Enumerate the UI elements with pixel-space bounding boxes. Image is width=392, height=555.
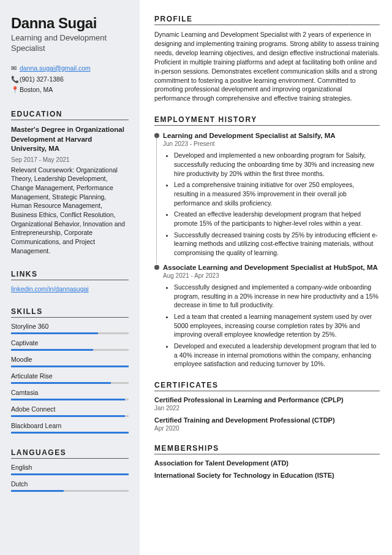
- membership-title: Association for Talent Development (ATD): [154, 459, 380, 467]
- skill-row: Camtasia: [11, 389, 129, 400]
- job-bullet: Successfully designed and implemented a …: [174, 283, 380, 310]
- skill-bar-fill: [11, 399, 125, 400]
- memberships-list: Association for Talent Development (ATD)…: [154, 459, 380, 479]
- job-entry: Learning and Development Specialist at S…: [154, 132, 380, 258]
- skill-bar: [11, 366, 129, 367]
- certificate-title: Certified Training and Development Profe…: [154, 416, 380, 424]
- language-row: Dutch: [11, 480, 129, 492]
- education-degree: Master's Degree in Organizational Develo…: [11, 125, 129, 154]
- jobs-list: Learning and Development Specialist at S…: [154, 132, 380, 369]
- location-icon: 📍: [11, 85, 20, 95]
- profile-text: Dynamic Learning and Development Special…: [154, 30, 380, 103]
- skill-bar: [11, 399, 129, 400]
- links-heading: LINKS: [11, 270, 129, 280]
- languages-list: EnglishDutch: [11, 464, 129, 492]
- skills-heading: SKILLS: [11, 307, 129, 318]
- certificate-date: Jan 2022: [154, 405, 380, 411]
- language-bar-fill: [11, 473, 129, 475]
- resume-page: Danna Sugai Learning and Development Spe…: [0, 0, 392, 555]
- education-dates: Sep 2017 - May 2021: [11, 156, 129, 163]
- certificate-date: Apr 2020: [154, 425, 380, 432]
- skill-row: Adobe Connect: [11, 405, 129, 417]
- skill-label: Captivate: [11, 339, 129, 346]
- skill-row: Captivate: [11, 339, 129, 351]
- job-bullet: Created an effective leadership developm…: [174, 210, 380, 228]
- skill-label: Blackboard Learn: [11, 422, 129, 429]
- email-link[interactable]: danna.sugai@gmail.com: [20, 64, 91, 74]
- person-title: Learning and Development Specialist: [11, 33, 129, 54]
- certificate-title: Certified Professional in Learning and P…: [154, 396, 380, 404]
- language-label: Dutch: [11, 480, 129, 488]
- job-dates: Aug 2021 - Apr 2023: [163, 272, 380, 279]
- skills-list: Storyline 360CaptivateMoodleArticulate R…: [11, 323, 129, 434]
- job-bullet: Successfully decreased training costs by…: [174, 231, 380, 258]
- employment-heading: EMPLOYMENT HISTORY: [154, 115, 380, 126]
- skill-bar: [11, 382, 129, 384]
- education-coursework: Relevant Coursework: Organizational Theo…: [11, 166, 129, 256]
- certificates-heading: CERTIFICATES: [154, 381, 380, 391]
- skill-label: Storyline 360: [11, 323, 129, 330]
- job-entry: Associate Learning and Development Speci…: [154, 264, 380, 369]
- skill-bar-fill: [11, 415, 125, 417]
- languages-heading: LANGUAGES: [11, 448, 129, 459]
- job-bullets: Developed and implemented a new onboardi…: [163, 151, 380, 258]
- phone-text: (901) 327-1386: [20, 75, 64, 85]
- certificates-list: Certified Professional in Learning and P…: [154, 396, 380, 432]
- job-title: Associate Learning and Development Speci…: [163, 264, 380, 271]
- skill-label: Articulate Rise: [11, 372, 129, 380]
- job-bullet: Led a team that created a learning manag…: [174, 312, 380, 339]
- skill-label: Adobe Connect: [11, 405, 129, 413]
- email-icon: ✉: [11, 64, 20, 74]
- language-row: English: [11, 464, 129, 475]
- person-name: Danna Sugai: [11, 15, 129, 32]
- timeline-line: [156, 138, 157, 264]
- contact-location: 📍 Boston, MA: [11, 85, 129, 95]
- skill-row: Blackboard Learn: [11, 422, 129, 434]
- skill-label: Camtasia: [11, 389, 129, 396]
- phone-icon: 📞: [11, 75, 20, 85]
- skill-bar-fill: [11, 382, 111, 384]
- job-title: Learning and Development Specialist at S…: [163, 132, 380, 139]
- memberships-heading: MEMBERSHIPS: [154, 444, 380, 454]
- skill-row: Storyline 360: [11, 323, 129, 334]
- job-bullet: Developed and implemented a new onboardi…: [174, 151, 380, 178]
- skill-bar: [11, 415, 129, 417]
- skill-label: Moodle: [11, 356, 129, 363]
- skill-row: Moodle: [11, 356, 129, 367]
- location-text: Boston, MA: [20, 85, 53, 95]
- contact-phone: 📞 (901) 327-1386: [11, 75, 129, 85]
- profile-heading: PROFILE: [154, 15, 380, 25]
- language-bar: [11, 473, 129, 475]
- skill-bar-fill: [11, 332, 98, 334]
- skill-bar-fill: [11, 349, 93, 351]
- sidebar: Danna Sugai Learning and Development Spe…: [0, 0, 140, 555]
- job-bullet: Led a comprehensive training initiative …: [174, 180, 380, 207]
- certificate-entry: Certified Professional in Learning and P…: [154, 396, 380, 411]
- job-bullet: Developed and executed a leadership deve…: [174, 342, 380, 369]
- skill-bar-fill: [11, 432, 129, 434]
- language-label: English: [11, 464, 129, 471]
- job-bullets: Successfully designed and implemented a …: [163, 283, 380, 369]
- contact-email: ✉ danna.sugai@gmail.com: [11, 64, 129, 74]
- language-bar-fill: [11, 490, 64, 492]
- skill-bar: [11, 432, 129, 434]
- linkedin-link[interactable]: linkedin.com/in/dannasugai: [11, 285, 89, 293]
- main-column: PROFILE Dynamic Learning and Development…: [140, 0, 392, 555]
- language-bar: [11, 490, 129, 492]
- job-dates: Jun 2023 - Present: [163, 140, 380, 147]
- education-heading: EDUCATION: [11, 110, 129, 120]
- skill-bar: [11, 349, 129, 351]
- skill-row: Articulate Rise: [11, 372, 129, 384]
- membership-title: International Society for Technology in …: [154, 472, 380, 479]
- contact-block: ✉ danna.sugai@gmail.com 📞 (901) 327-1386…: [11, 64, 129, 95]
- skill-bar-fill: [11, 366, 129, 367]
- certificate-entry: Certified Training and Development Profe…: [154, 416, 380, 432]
- skill-bar: [11, 332, 129, 334]
